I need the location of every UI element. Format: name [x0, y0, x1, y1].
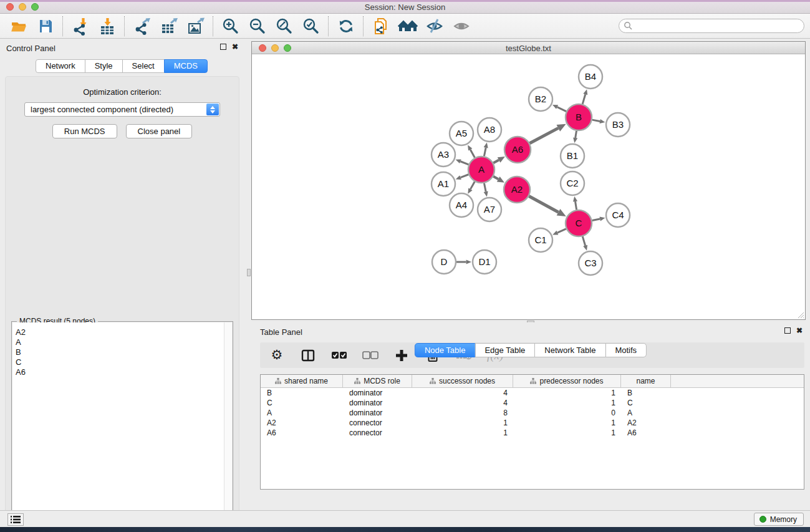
- table-tab-motifs[interactable]: Motifs: [605, 343, 647, 357]
- table-settings-button[interactable]: ⚙: [269, 347, 285, 364]
- close-panel-icon[interactable]: ✖: [232, 44, 238, 50]
- graph-edge-A2-C[interactable]: [529, 196, 558, 213]
- mcds-result-box: MCDS result (5 nodes) A2ABCA6: [11, 321, 233, 532]
- search-field: [619, 19, 804, 33]
- open-session-button[interactable]: [5, 15, 32, 37]
- run-mcds-button[interactable]: Run MCDS: [52, 124, 117, 138]
- table-cell[interactable]: C: [261, 398, 343, 408]
- resize-grip-icon[interactable]: [796, 310, 804, 319]
- graph-edge-A6-B[interactable]: [529, 128, 558, 143]
- result-item[interactable]: C: [16, 357, 232, 367]
- graph-edge-C-C1[interactable]: [557, 229, 566, 233]
- column-header-shared-name[interactable]: shared name: [261, 375, 343, 387]
- network-view-window: testGlobe.txt B4B2BB3B1C2A5A8A6A3AA1A2A4…: [251, 41, 806, 320]
- graph-edge-B-B2[interactable]: [557, 107, 567, 112]
- import-table-button[interactable]: [94, 15, 120, 37]
- graph-edge-B-B1[interactable]: [576, 131, 577, 138]
- graph-edge-A-A1[interactable]: [461, 175, 469, 178]
- result-item[interactable]: A6: [16, 367, 232, 377]
- plus-icon: [395, 349, 408, 362]
- table-tab-node-table[interactable]: Node Table: [415, 343, 476, 357]
- float-panel-icon[interactable]: [784, 327, 791, 334]
- node-label-A8: A8: [484, 124, 495, 135]
- node-label-C: C: [576, 218, 582, 228]
- show-columns-button[interactable]: [300, 347, 316, 364]
- import-network-button[interactable]: [67, 15, 94, 37]
- table-cell[interactable]: dominator: [343, 398, 412, 408]
- gear-icon: ⚙: [271, 349, 283, 362]
- graph-edge-A-A3[interactable]: [460, 162, 468, 165]
- node-label-A4: A4: [456, 200, 467, 210]
- add-column-button[interactable]: [393, 347, 410, 364]
- graph-edge-C-C2[interactable]: [576, 201, 577, 210]
- memory-status-icon: [759, 516, 766, 523]
- graph-edge-C-C3[interactable]: [582, 236, 585, 246]
- zoom-in-icon: [221, 17, 240, 36]
- graph-edge-C-C4[interactable]: [592, 219, 600, 221]
- table-panel-title: Table Panel: [260, 327, 302, 337]
- task-history-button[interactable]: [7, 513, 24, 526]
- tab-style[interactable]: Style: [85, 59, 123, 73]
- search-input[interactable]: [619, 19, 804, 33]
- table-cell[interactable]: A6: [261, 428, 343, 438]
- export-network-button[interactable]: [128, 15, 155, 37]
- table-cell[interactable]: connector: [343, 418, 412, 428]
- zoom-fit-button[interactable]: [271, 15, 297, 37]
- main-titlebar: Session: New Session: [0, 0, 810, 14]
- graph-edge-A-A6[interactable]: [493, 160, 499, 163]
- table-cell[interactable]: dominator: [343, 408, 412, 418]
- table-cell[interactable]: B: [261, 388, 343, 398]
- table-cell[interactable]: connector: [343, 428, 412, 438]
- toolbar-separator: [124, 16, 125, 36]
- graph-edge-B-B4[interactable]: [582, 94, 586, 104]
- show-all-button[interactable]: [448, 15, 475, 37]
- criterion-value: largest connected component (directed): [31, 105, 173, 114]
- close-panel-icon[interactable]: ✖: [796, 327, 803, 334]
- result-item[interactable]: A: [16, 337, 232, 347]
- control-panel-title: Control Panel: [6, 44, 55, 53]
- result-scrollbar[interactable]: [224, 322, 232, 532]
- tab-mcds[interactable]: MCDS: [164, 59, 208, 73]
- deselect-all-button[interactable]: [362, 347, 378, 364]
- zoom-in-button[interactable]: [217, 15, 244, 37]
- export-image-button[interactable]: [182, 15, 209, 37]
- graph-edge-A-A2[interactable]: [493, 177, 498, 179]
- result-item[interactable]: B: [16, 347, 232, 357]
- zoom-out-button[interactable]: [244, 15, 271, 37]
- table-cell[interactable]: A2: [261, 418, 343, 428]
- network-canvas[interactable]: B4B2BB3B1C2A5A8A6A3AA1A2A4A7CC4C1C3DD1: [252, 55, 805, 319]
- network-window-titlebar[interactable]: testGlobe.txt: [252, 42, 805, 54]
- close-panel-button[interactable]: Close panel: [126, 124, 193, 138]
- graph-edge-A-A5[interactable]: [470, 150, 475, 158]
- table-tab-edge-table[interactable]: Edge Table: [475, 343, 535, 357]
- table-cell[interactable]: dominator: [343, 388, 412, 398]
- tab-select[interactable]: Select: [122, 59, 165, 73]
- new-network-from-selection-button[interactable]: [367, 15, 394, 37]
- mcds-result-list[interactable]: A2ABCA6: [12, 322, 232, 532]
- toolbar-separator: [62, 16, 63, 36]
- result-item[interactable]: A2: [16, 327, 232, 337]
- table-tab-network-table[interactable]: Network Table: [534, 343, 605, 357]
- column-header-MCDS-role[interactable]: MCDS role: [343, 375, 412, 387]
- float-panel-icon[interactable]: [220, 44, 226, 50]
- mcds-tab-content: Optimization criterion: largest connecte…: [5, 76, 239, 532]
- hide-selected-button[interactable]: [421, 15, 448, 37]
- memory-button[interactable]: Memory: [754, 513, 804, 526]
- save-session-button[interactable]: [32, 15, 59, 37]
- edge-arrowhead: [573, 196, 577, 202]
- zoom-selected-button[interactable]: [297, 15, 324, 37]
- criterion-dropdown[interactable]: largest connected component (directed): [24, 102, 220, 117]
- graph-edge-B-B3[interactable]: [592, 120, 600, 121]
- graph-edge-A-A8[interactable]: [484, 148, 486, 157]
- application-window: Session: New Session: [0, 0, 810, 532]
- first-neighbors-button[interactable]: [394, 15, 421, 37]
- graph-edge-A-A4[interactable]: [470, 181, 475, 189]
- refresh-icon: [337, 17, 355, 35]
- table-cell[interactable]: A: [261, 408, 343, 418]
- select-all-button[interactable]: [331, 347, 347, 364]
- export-table-button[interactable]: [155, 15, 182, 37]
- split-divider-handle[interactable]: [247, 269, 251, 276]
- graph-edge-A-A7[interactable]: [484, 183, 486, 192]
- tab-network[interactable]: Network: [36, 59, 85, 73]
- refresh-layout-button[interactable]: [332, 15, 359, 37]
